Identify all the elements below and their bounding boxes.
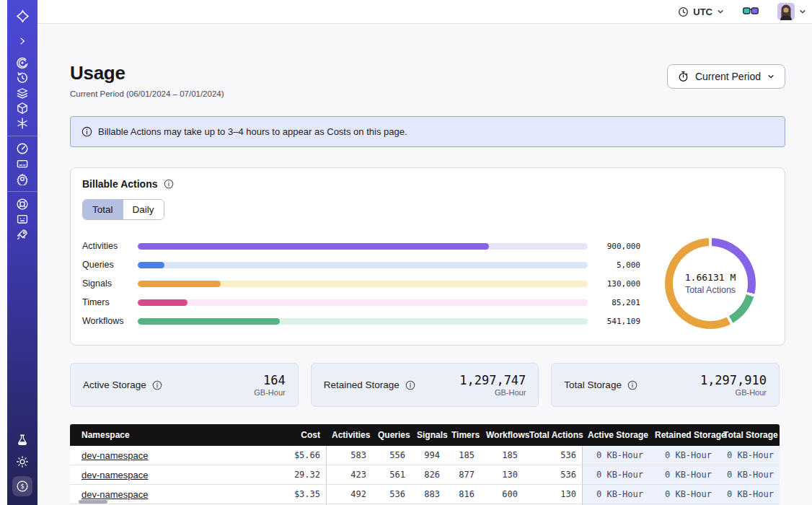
storage-card: Retained Storage 1,297,747 GB-Hour: [311, 363, 539, 407]
bar-track: [138, 299, 588, 306]
info-icon[interactable]: [405, 380, 415, 390]
cell-active-storage: 0 KB-Hour: [582, 446, 649, 465]
layers-icon[interactable]: [12, 86, 32, 100]
feedback-glasses-icon[interactable]: [743, 7, 759, 17]
billable-actions-title: Billable Actions: [82, 178, 158, 190]
bar-track: [138, 243, 588, 250]
cell-workflows: 600: [480, 485, 524, 504]
support-lifebuoy-icon[interactable]: [12, 197, 32, 211]
tab-total[interactable]: Total: [83, 200, 123, 219]
storage-card: Active Storage 164 GB-Hour: [70, 363, 299, 407]
cell-total-actions: 536: [524, 465, 582, 484]
cell-total-actions: 130: [524, 485, 582, 504]
bar-row: Signals 130,000: [82, 274, 640, 293]
period-selector-button[interactable]: Current Period: [667, 64, 785, 89]
cell-total-storage: 0 KB-Hour: [718, 446, 780, 465]
cell-retained-storage: 0 KB-Hour: [649, 465, 718, 484]
table-row: dev-namespace $3.35 492 536 883 816 600 …: [70, 485, 780, 504]
bar-track: [138, 318, 588, 325]
cube-icon[interactable]: [12, 101, 32, 115]
storage-card-value: 164: [254, 373, 285, 387]
stopwatch-icon: [678, 71, 689, 82]
schedules-icon[interactable]: [12, 71, 32, 85]
horizontal-scrollbar-thumb[interactable]: [79, 500, 107, 504]
settings-gear-icon[interactable]: [12, 172, 32, 186]
col-cost: Cost: [262, 430, 326, 440]
asterisk-icon[interactable]: [12, 116, 32, 131]
cell-signals: 826: [411, 465, 446, 484]
info-icon[interactable]: [164, 179, 174, 189]
billable-bar-chart: Activities 900,000 Queries 5,000: [82, 237, 640, 330]
cell-cost: 29.32: [262, 465, 326, 484]
bar-value: 900,000: [596, 242, 640, 251]
terminal-icon[interactable]: [12, 212, 32, 227]
usage-dollar-icon[interactable]: $: [12, 476, 32, 496]
gauge-icon[interactable]: [12, 141, 32, 156]
period-selector-label: Current Period: [695, 71, 761, 82]
col-active-storage: Active Storage: [582, 430, 649, 440]
col-namespace: Namespace: [70, 430, 262, 440]
bar-track: [138, 281, 588, 287]
table-header-row: Namespace Cost Activities Queries Signal…: [70, 424, 780, 446]
account-menu[interactable]: [777, 3, 806, 20]
cell-workflows: 185: [480, 446, 524, 465]
storage-card-label: Total Storage: [564, 379, 622, 390]
theme-sun-icon[interactable]: [12, 454, 32, 469]
timezone-selector[interactable]: UTC: [678, 6, 724, 17]
info-icon: [81, 126, 92, 137]
table-row: dev-namespace $5.66 583 556 994 185 185 …: [70, 446, 780, 465]
view-toggle: Total Daily: [82, 199, 164, 220]
banner-text: Billable Actions may take up to 3–4 hour…: [98, 126, 407, 137]
cell-queries: 536: [372, 485, 411, 504]
cell-active-storage: 0 KB-Hour: [582, 485, 649, 504]
bar-fill: [138, 318, 280, 325]
page-subtitle: Current Period (06/01/2024 – 07/01/2024): [70, 89, 224, 98]
info-icon[interactable]: [627, 380, 637, 390]
bar-value: 541,109: [596, 317, 640, 326]
billing-card-icon[interactable]: [12, 157, 32, 171]
namespace-link[interactable]: dev-namespace: [81, 450, 149, 461]
cell-total-actions: 536: [524, 446, 582, 465]
window-left-margin: [0, 0, 7, 505]
storage-card-unit: GB-Hour: [254, 388, 285, 397]
info-icon[interactable]: [152, 380, 162, 390]
cell-total-storage: 0 KB-Hour: [718, 485, 780, 504]
collapse-chevron-icon[interactable]: [12, 34, 32, 48]
cell-activities: 583: [326, 446, 372, 465]
timezone-label: UTC: [693, 6, 712, 17]
temporal-logo-icon[interactable]: [12, 9, 32, 23]
col-workflows: Workflows: [480, 430, 524, 440]
bar-fill: [138, 281, 221, 287]
chevron-down-icon: [767, 73, 775, 80]
cell-timers: 185: [446, 446, 480, 465]
namespace-link[interactable]: dev-namespace: [81, 489, 149, 500]
col-signals: Signals: [411, 430, 446, 440]
bar-label: Activities: [82, 241, 130, 251]
user-avatar[interactable]: [777, 3, 795, 20]
info-banner: Billable Actions may take up to 3–4 hour…: [70, 116, 785, 147]
bar-label: Queries: [82, 260, 130, 270]
bar-row: Workflows 541,109: [82, 312, 640, 330]
storage-card-unit: GB-Hour: [700, 388, 767, 397]
table-row: dev-namespace 29.32 423 561 826 877 130 …: [70, 465, 780, 485]
tab-daily[interactable]: Daily: [123, 200, 164, 219]
bar-fill: [138, 243, 489, 250]
bar-track: [138, 262, 588, 268]
bar-row: Timers 85,201: [82, 293, 640, 312]
sidebar-nav: $: [7, 0, 37, 505]
rocket-icon[interactable]: [12, 227, 32, 242]
page-title: Usage: [70, 62, 224, 84]
billable-actions-card: Billable Actions Total Daily Activities …: [70, 167, 785, 346]
chevron-down-icon: [717, 8, 724, 15]
storage-card-unit: GB-Hour: [459, 388, 526, 397]
namespace-link[interactable]: dev-namespace: [81, 470, 149, 480]
cell-cost: $5.66: [262, 446, 326, 465]
donut-total-value: 1.66131 M: [685, 272, 736, 283]
cell-signals: 883: [411, 485, 446, 504]
bar-label: Signals: [82, 278, 130, 289]
storage-card-value: 1,297,910: [700, 373, 767, 387]
labs-flask-icon[interactable]: [12, 433, 32, 447]
namespaces-icon[interactable]: [12, 56, 32, 70]
storage-summary-row: Active Storage 164 GB-Hour Retained Stor…: [70, 363, 780, 407]
bar-label: Timers: [82, 297, 130, 307]
